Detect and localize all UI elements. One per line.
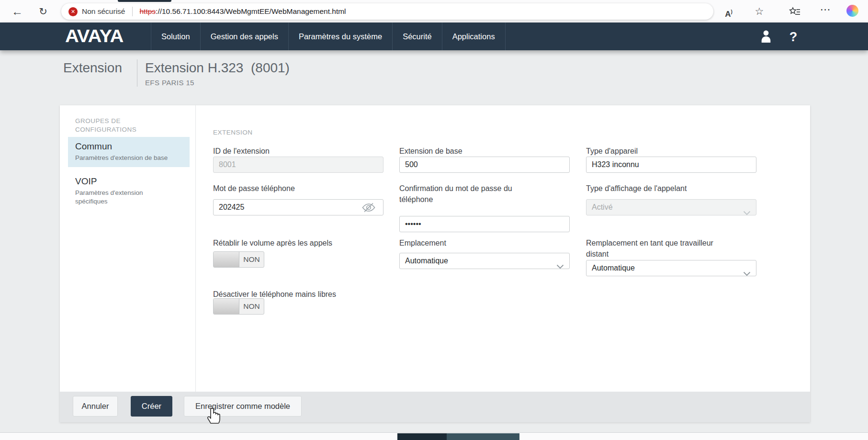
toggle-state-label: NON (239, 252, 264, 267)
browser-tab-sliver (118, 0, 171, 2)
base-extension-input[interactable] (399, 157, 570, 173)
main-menu: Solution Gestion des appels Paramètres d… (151, 23, 506, 50)
address-bar[interactable]: ✕ Non sécurisé https://10.56.71.100:8443… (61, 3, 713, 20)
url-scheme: https (139, 7, 156, 15)
remote-worker-value: Automatique (592, 264, 635, 272)
extension-id-input (213, 157, 383, 173)
sidebar-item-subtitle: Paramètres d'extension de base (75, 154, 185, 162)
user-icon[interactable] (759, 30, 773, 44)
sidebar-item-commun[interactable]: Commun Paramètres d'extension de base (68, 137, 190, 167)
page-subtitle: EFS PARIS 15 (145, 79, 290, 87)
nav-item-gestion-des-appels[interactable]: Gestion des appels (200, 23, 288, 50)
form-footer: Annuler Créer Enregistrer comme modèle (60, 392, 810, 422)
back-icon[interactable]: ← (10, 4, 25, 19)
breadcrumb: Extension (63, 59, 122, 87)
chevron-down-icon (743, 266, 751, 282)
create-button[interactable]: Créer (131, 396, 172, 417)
sidebar-heading: GROUPES DE CONFIGURATIONS (75, 117, 180, 134)
favorites-bar-icon[interactable] (787, 6, 802, 21)
disable-handsfree-toggle[interactable]: NON (213, 298, 264, 315)
read-aloud-icon[interactable]: A) (721, 4, 736, 20)
label-remote-worker: Remplacement en tant que travailleur dis… (586, 237, 730, 259)
label-caller-display-type: Type d'affichage de l'appelant (586, 183, 687, 194)
label-location: Emplacement (399, 237, 446, 248)
chevron-down-icon (743, 205, 751, 221)
caller-display-type-value: Activé (592, 203, 613, 211)
label-device-type: Type d'appareil (586, 146, 638, 157)
cancel-button[interactable]: Annuler (73, 396, 118, 417)
security-badge-label[interactable]: Non sécurisé (82, 7, 125, 16)
location-select[interactable]: Automatique (399, 253, 570, 269)
caller-display-type-select: Activé (586, 199, 756, 215)
label-phone-password: Mot de passe téléphone (213, 183, 295, 194)
label-restore-volume: Rétablir le volume après les appels (213, 237, 332, 248)
favorite-star-icon[interactable]: ☆ (752, 4, 767, 19)
not-secure-icon: ✕ (68, 7, 78, 16)
chevron-down-icon (556, 259, 564, 274)
taskbar-window-fragment (397, 433, 447, 440)
taskbar-window-fragment (447, 433, 519, 440)
nav-item-parametres-du-systeme[interactable]: Paramètres du système (288, 23, 392, 50)
phone-password-input[interactable] (213, 199, 383, 215)
page-title: Extension H.323 (8001) (145, 59, 290, 77)
copilot-icon[interactable] (846, 5, 858, 17)
content-card: GROUPES DE CONFIGURATIONS Commun Paramèt… (60, 105, 810, 422)
section-heading-extension: EXTENSION (213, 129, 253, 136)
refresh-icon[interactable]: ↻ (35, 4, 51, 19)
toggle-state-label: NON (239, 299, 264, 314)
sidebar-item-subtitle: Paramètres d'extension spécifiques (75, 189, 152, 205)
eye-off-icon[interactable] (361, 203, 376, 214)
browser-chrome: ← ↻ ✕ Non sécurisé https://10.56.71.100:… (0, 0, 868, 23)
address-divider (132, 7, 133, 16)
device-type-input[interactable] (586, 157, 756, 173)
page-header: Extension Extension H.323 (8001) EFS PAR… (63, 59, 290, 87)
avaya-logo[interactable]: AVAYA (65, 26, 123, 46)
toggle-knob (214, 299, 239, 314)
label-base-extension: Extension de base (399, 146, 462, 157)
phone-password-confirm-input[interactable] (399, 216, 570, 232)
remote-worker-select[interactable]: Automatique (586, 260, 756, 276)
restore-volume-toggle[interactable]: NON (213, 251, 264, 268)
taskbar-edge (0, 432, 868, 440)
nav-item-applications[interactable]: Applications (442, 23, 506, 50)
location-value: Automatique (405, 257, 448, 265)
label-extension-id: ID de l'extension (213, 146, 270, 157)
save-as-template-button[interactable]: Enregistrer comme modèle (184, 396, 302, 417)
url-rest: ://10.56.71.100:8443/WebMgmtEE/WebManage… (156, 7, 346, 15)
sidebar-item-title: VOIP (75, 176, 185, 187)
config-groups-sidebar: GROUPES DE CONFIGURATIONS Commun Paramèt… (60, 105, 196, 392)
main-navbar: AVAYA Solution Gestion des appels Paramè… (0, 23, 868, 50)
help-icon[interactable]: ? (786, 30, 800, 44)
label-phone-password-confirm: Confirmation du mot de passe du téléphon… (399, 183, 525, 205)
sidebar-item-voip[interactable]: VOIP Paramètres d'extension spécifiques (68, 172, 190, 210)
more-menu-icon[interactable]: ⋯ (818, 2, 833, 17)
toggle-knob (214, 252, 239, 267)
nav-item-securite[interactable]: Sécurité (392, 23, 442, 50)
url-text[interactable]: https://10.56.71.100:8443/WebMgmtEE/WebM… (139, 7, 346, 16)
nav-item-solution[interactable]: Solution (151, 23, 200, 50)
title-divider (137, 59, 137, 87)
sidebar-item-title: Commun (75, 141, 185, 152)
